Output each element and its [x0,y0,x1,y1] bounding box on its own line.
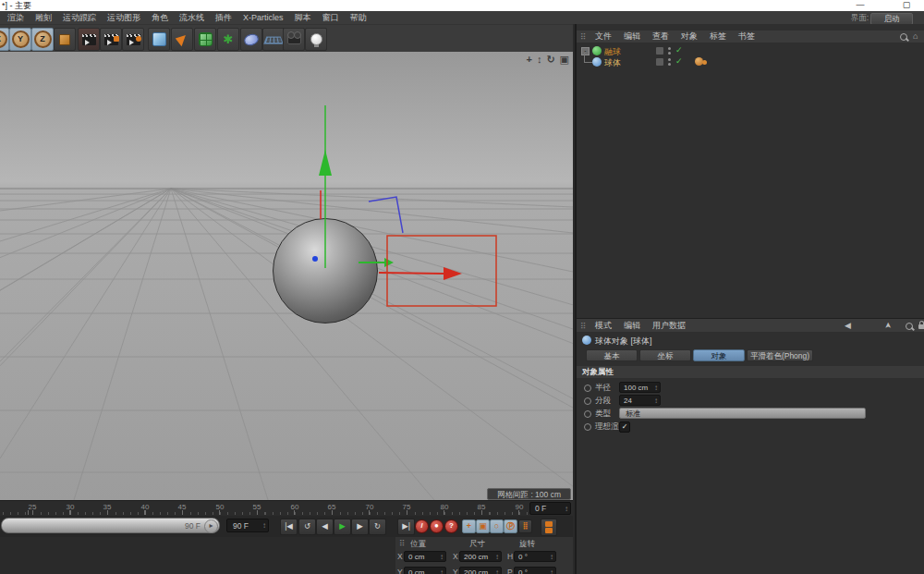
om-menu-view[interactable]: 查看 [652,31,669,43]
coordinate-system-button[interactable] [54,28,76,51]
enable-check-icon[interactable]: ✓ [675,56,683,66]
menu-render[interactable]: 渲染 [7,12,24,24]
enable-check-icon[interactable]: ✓ [675,45,683,55]
menu-xparticles[interactable]: X-Particles [243,13,284,22]
menu-plugins[interactable]: 插件 [215,12,232,24]
key-parameter-toggle[interactable]: Ⓟ [504,519,517,533]
interface-layout-dropdown[interactable]: 启动 [870,13,913,25]
z-plane-handle[interactable] [369,197,403,233]
object-row-metaball[interactable]: - 融球 ✓ [577,45,924,56]
rotation-h-field[interactable]: 0 °↕ [514,551,556,562]
radius-field[interactable]: 100 cm↕ [619,382,661,393]
tab-object[interactable]: 对象 [693,349,745,361]
key-scale-toggle[interactable]: ▣ [476,519,490,533]
visibility-dots-icon[interactable] [668,58,671,66]
om-menu-objects[interactable]: 对象 [681,31,698,43]
rotate-view-icon[interactable]: ↻ [546,54,554,66]
spinner-icon[interactable]: ↕ [262,519,266,532]
add-generator-button[interactable] [194,28,216,51]
record-keyframe-button[interactable]: / [415,519,429,533]
goto-start-button[interactable]: |◀ [280,519,298,535]
key-rotation-toggle[interactable]: ○ [490,519,504,533]
layer-chip[interactable] [656,47,663,55]
add-primitive-button[interactable] [148,28,170,51]
object-row-sphere[interactable]: 球体 ✓ [577,56,924,67]
render-perfect-checkbox[interactable]: ✓ [619,421,630,433]
am-menu-mode[interactable]: 模式 [595,320,612,332]
render-view-button[interactable] [78,28,100,51]
spinner-icon[interactable]: ↕ [495,552,499,562]
play-button[interactable]: ▶ [334,519,351,535]
tab-coordinates[interactable]: 坐标 [639,349,691,361]
minimize-button[interactable]: — [854,0,867,11]
om-menu-bookmarks[interactable]: 书签 [738,31,755,43]
axis-lock-x-button[interactable]: X [0,28,9,51]
panel-grip-icon[interactable]: ⠿ [580,32,587,42]
spinner-icon[interactable]: ↕ [550,552,553,562]
position-y-field[interactable]: 0 cm↕ [404,567,446,574]
type-dropdown[interactable]: 标准 [619,408,866,419]
axis-lock-z-button[interactable]: Z [31,28,54,51]
current-frame-field[interactable]: 0 F ↕ [529,502,571,515]
keyframe-circle-icon[interactable] [584,397,591,405]
panel-grip-icon[interactable]: ⠿ [399,539,406,548]
keyframe-options-button[interactable]: ? [444,519,458,533]
menu-window[interactable]: 窗口 [322,12,339,24]
keyframe-circle-icon[interactable] [584,423,591,431]
toggle-view-icon[interactable]: ▣ [560,54,569,66]
timeline-ruler[interactable]: 25 30 35 40 45 50 55 60 65 70 75 80 85 9… [0,500,573,516]
y-axis-arrowhead[interactable] [319,150,332,176]
spinner-icon[interactable]: ↕ [654,383,658,393]
keyframe-circle-icon[interactable] [584,385,591,392]
key-pla-toggle[interactable]: ⣿ [518,519,532,533]
phong-tag-icon[interactable] [702,60,707,65]
spinner-icon[interactable]: ↕ [654,396,658,406]
previous-frame-button[interactable]: ◀ [316,519,334,535]
size-x-field[interactable]: 200 cm↕ [459,551,502,562]
next-frame-button[interactable]: ▶ [351,519,369,535]
om-menu-edit[interactable]: 编辑 [624,31,640,43]
menu-pipeline[interactable]: 流水线 [179,12,204,24]
menu-character[interactable]: 角色 [152,12,168,24]
range-slider-cap[interactable]: ▸ [204,519,218,533]
key-position-toggle[interactable]: + [462,519,476,533]
panel-grip-icon[interactable]: ⠿ [580,322,587,331]
render-settings-button[interactable] [122,28,144,51]
tab-basic[interactable]: 基本 [586,349,638,361]
spinner-icon[interactable]: ↕ [550,568,553,574]
autokey-button[interactable]: ● [430,519,444,533]
maximize-button[interactable]: ▢ [900,0,913,11]
spinner-icon[interactable]: ↕ [440,552,444,562]
spinner-icon[interactable]: ↕ [565,503,568,515]
am-menu-userdata[interactable]: 用户数据 [652,320,686,332]
om-menu-file[interactable]: 文件 [595,31,612,43]
menu-sculpt[interactable]: 雕刻 [35,12,52,24]
end-frame-field[interactable]: 90 F ↕ [226,519,269,532]
menu-motion-tracker[interactable]: 运动跟踪 [63,12,96,24]
om-menu-tags[interactable]: 标签 [710,31,726,43]
add-camera-button[interactable] [283,28,305,51]
play-loop-button[interactable]: ↻ [369,519,386,535]
pan-view-icon[interactable]: + [526,54,531,66]
x-axis-arrowhead[interactable] [444,267,462,280]
panel-toggle-button[interactable] [541,519,557,536]
add-light-button[interactable] [305,28,327,51]
add-spline-button[interactable] [171,28,193,51]
lock-icon[interactable] [918,324,924,329]
add-deformer-button[interactable] [240,28,262,51]
search-icon[interactable] [906,323,913,330]
goto-end-button[interactable]: ▶| [397,519,415,535]
viewport-3d[interactable]: + ↕ ↻ ▣ 网格间距 : 100 cm [0,52,573,500]
add-modeling-object-button[interactable]: ✱ [217,28,239,51]
axis-lock-y-button[interactable]: Y [9,28,31,51]
play-backward-button[interactable]: ↺ [298,519,316,535]
segments-field[interactable]: 24↕ [619,395,661,406]
layer-chip[interactable] [656,58,663,66]
menu-mograph[interactable]: 运动图形 [107,12,140,24]
cursor-arrow-icon[interactable]: ➤ [883,322,893,329]
z-axis-arrowhead[interactable] [384,258,394,267]
size-y-field[interactable]: 200 cm↕ [459,567,502,574]
menu-script[interactable]: 脚本 [295,12,311,24]
history-back-icon[interactable]: ◀ [845,321,851,330]
rotation-p-field[interactable]: 0 °↕ [514,567,556,574]
